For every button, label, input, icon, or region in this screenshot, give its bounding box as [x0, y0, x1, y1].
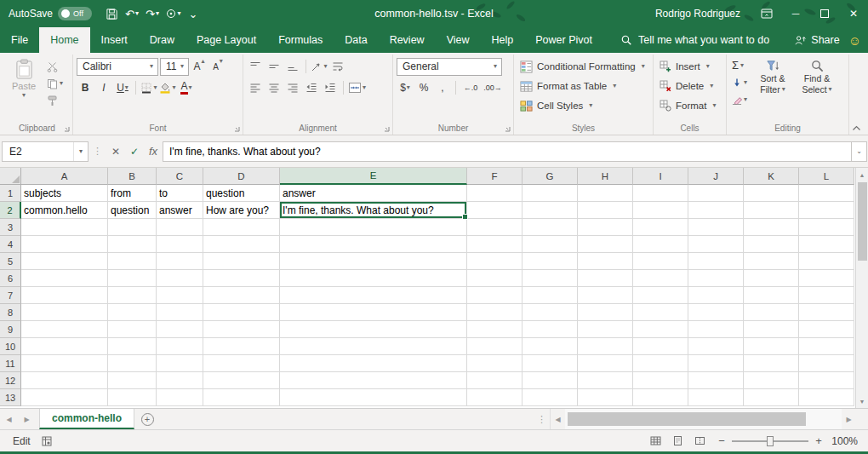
cell-J11[interactable] — [688, 355, 744, 372]
cell-I1[interactable] — [633, 185, 688, 202]
vertical-scrollbar[interactable]: ▲ ▼ — [855, 168, 868, 408]
cell-D1[interactable]: question — [203, 185, 280, 202]
redo-button[interactable]: ↷▾ — [143, 3, 162, 24]
number-format-select[interactable]: General▾ — [397, 58, 502, 76]
cell-J2[interactable] — [688, 202, 744, 219]
find-select-button[interactable]: Find & Select▾ — [797, 57, 837, 107]
cell-B6[interactable] — [108, 270, 157, 287]
autosum-button[interactable]: Σ▾ — [730, 57, 749, 73]
column-header-J[interactable]: J — [688, 168, 744, 185]
cell-I7[interactable] — [633, 287, 688, 304]
cell-D10[interactable] — [203, 338, 280, 355]
column-header-D[interactable]: D — [203, 168, 280, 185]
cell-J1[interactable] — [688, 185, 744, 202]
vertical-scrollbar-thumb[interactable] — [858, 182, 867, 261]
cell-A2[interactable]: common.hello — [21, 202, 108, 219]
select-all-corner[interactable] — [0, 168, 21, 185]
cell-A13[interactable] — [21, 389, 108, 406]
cell-L9[interactable] — [799, 321, 854, 338]
cell-E13[interactable] — [280, 389, 467, 406]
column-header-K[interactable]: K — [744, 168, 799, 185]
fill-color-button[interactable]: ▾ — [159, 79, 176, 96]
cell-C5[interactable] — [157, 253, 203, 270]
column-header-H[interactable]: H — [578, 168, 633, 185]
cell-L12[interactable] — [799, 372, 854, 389]
delete-cells-button[interactable]: Delete ▾ — [657, 77, 722, 95]
percent-style-button[interactable]: % — [415, 79, 432, 96]
cell-L8[interactable] — [799, 304, 854, 321]
decrease-decimal-button[interactable]: .00→ — [483, 79, 503, 96]
cell-A5[interactable] — [21, 253, 108, 270]
scroll-down-icon[interactable]: ▼ — [856, 394, 868, 408]
insert-cells-button[interactable]: Insert ▾ — [657, 57, 722, 76]
cell-B11[interactable] — [108, 355, 157, 372]
bold-button[interactable]: B — [77, 79, 94, 96]
row-header-5[interactable]: 5 — [0, 253, 21, 270]
cell-G3[interactable] — [523, 219, 578, 236]
cell-A4[interactable] — [21, 236, 108, 253]
row-header-1[interactable]: 1 — [0, 185, 21, 202]
cell-H11[interactable] — [578, 355, 633, 372]
clipboard-dialog-launcher[interactable] — [63, 125, 70, 132]
cell-J4[interactable] — [688, 236, 744, 253]
number-dialog-launcher[interactable] — [504, 125, 511, 132]
tab-draw[interactable]: Draw — [139, 27, 186, 53]
cell-J3[interactable] — [688, 219, 744, 236]
top-align-button[interactable] — [247, 58, 264, 75]
undo-button[interactable]: ↶▾ — [123, 3, 141, 24]
cell-G5[interactable] — [523, 253, 578, 270]
cell-H9[interactable] — [578, 321, 633, 338]
cell-C4[interactable] — [157, 236, 203, 253]
cell-J6[interactable] — [688, 270, 744, 287]
new-sheet-button[interactable]: + — [134, 409, 160, 429]
cell-C7[interactable] — [157, 287, 203, 304]
align-left-button[interactable] — [247, 79, 264, 96]
cell-D11[interactable] — [203, 355, 280, 372]
sheetbar-splitter[interactable]: ⋮ — [534, 409, 550, 429]
cell-E7[interactable] — [280, 287, 467, 304]
increase-decimal-button[interactable]: ←.0 — [460, 79, 481, 96]
row-header-3[interactable]: 3 — [0, 219, 21, 236]
row-header-7[interactable]: 7 — [0, 287, 21, 304]
tab-data[interactable]: Data — [334, 27, 378, 53]
column-header-A[interactable]: A — [21, 168, 108, 185]
borders-button[interactable]: ▾ — [140, 79, 157, 96]
format-cells-button[interactable]: Format ▾ — [657, 96, 722, 115]
cell-B12[interactable] — [108, 372, 157, 389]
cell-J10[interactable] — [688, 338, 744, 355]
cell-K9[interactable] — [744, 321, 799, 338]
cell-F8[interactable] — [467, 304, 523, 321]
cell-K8[interactable] — [744, 304, 799, 321]
cell-I3[interactable] — [633, 219, 688, 236]
cell-C9[interactable] — [157, 321, 203, 338]
next-sheet-button[interactable]: ▶ — [18, 409, 36, 429]
cell-I4[interactable] — [633, 236, 688, 253]
column-header-F[interactable]: F — [467, 168, 523, 185]
user-name[interactable]: Rodrigo Rodriguez — [655, 8, 740, 20]
horizontal-scrollbar-track[interactable] — [565, 409, 842, 429]
column-header-E[interactable]: E — [280, 168, 467, 185]
cell-G13[interactable] — [523, 389, 578, 406]
insert-function-button[interactable]: fx — [144, 141, 163, 162]
underline-button[interactable]: U▾ — [114, 79, 131, 96]
align-right-button[interactable] — [284, 79, 301, 96]
cell-I9[interactable] — [633, 321, 688, 338]
cell-A3[interactable] — [21, 219, 108, 236]
cell-J5[interactable] — [688, 253, 744, 270]
cell-F7[interactable] — [467, 287, 523, 304]
cell-B3[interactable] — [108, 219, 157, 236]
cell-E12[interactable] — [280, 372, 467, 389]
cell-K13[interactable] — [744, 389, 799, 406]
cell-L3[interactable] — [799, 219, 854, 236]
cell-L7[interactable] — [799, 287, 854, 304]
horizontal-scrollbar[interactable]: ◀ ▶ — [550, 409, 856, 429]
cell-K3[interactable] — [744, 219, 799, 236]
cell-F13[interactable] — [467, 389, 523, 406]
cell-H2[interactable] — [578, 202, 633, 219]
cell-C8[interactable] — [157, 304, 203, 321]
cell-B1[interactable]: from — [108, 185, 157, 202]
cut-button[interactable] — [45, 60, 65, 73]
cell-H6[interactable] — [578, 270, 633, 287]
cell-E1[interactable]: answer — [280, 185, 467, 202]
column-header-I[interactable]: I — [633, 168, 688, 185]
